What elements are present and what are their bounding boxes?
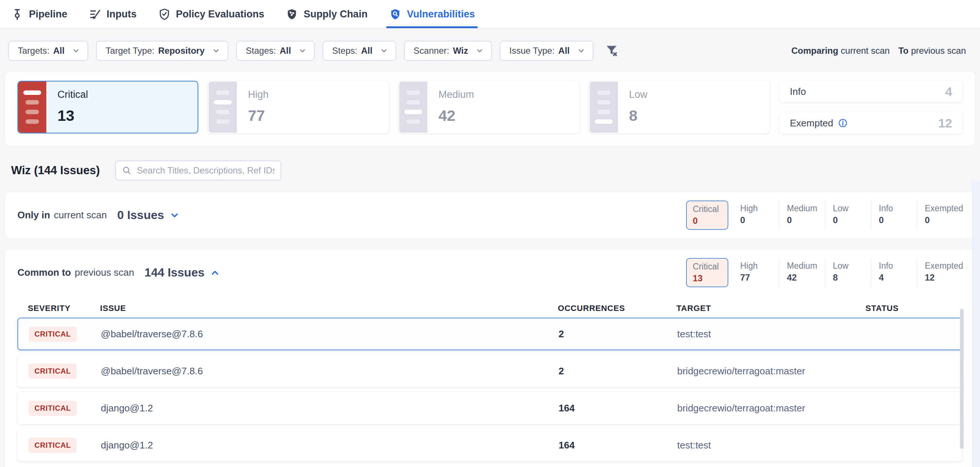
pill-count: 0	[740, 215, 779, 226]
top-tab-bar: Pipeline Inputs Policy Evaluations Suppl…	[0, 0, 980, 29]
pill-count: 42	[787, 272, 825, 283]
results-title: Wiz (144 Issues)	[11, 164, 100, 177]
pill-label: Exempted	[925, 203, 963, 213]
pill-medium[interactable]: Medium 0	[779, 200, 825, 230]
common-to-issues-count: 144 Issues	[145, 266, 205, 280]
severity-card-label: Medium	[439, 89, 568, 100]
pill-label: Medium	[787, 203, 825, 213]
tab-label: Supply Chain	[304, 8, 368, 20]
clear-filters-button[interactable]	[604, 43, 619, 58]
pill-count: 0	[787, 215, 825, 226]
info-card[interactable]: Info 4	[780, 81, 963, 102]
info-card-label: Info	[790, 86, 806, 97]
pill-exempted[interactable]: Exempted 12	[916, 258, 963, 287]
table-row[interactable]: CRITICAL django@1.2 164 bridgecrewio/ter…	[18, 392, 963, 424]
pill-exempted[interactable]: Exempted 0	[916, 200, 963, 230]
filter-label: Steps:	[332, 46, 357, 56]
only-in-current-scan-section: Only in current scan 0 Issues Critical 0…	[6, 192, 974, 238]
pill-critical[interactable]: Critical 13	[686, 258, 728, 287]
severity-card-label: Critical	[57, 89, 186, 100]
policy-evaluations-icon	[158, 8, 170, 21]
pill-low[interactable]: Low 0	[825, 200, 871, 230]
pill-count: 12	[925, 272, 963, 283]
table-row[interactable]: CRITICAL django@1.2 164 test:test	[18, 429, 963, 461]
issue-cell: django@1.2	[101, 440, 558, 451]
common-to-prefix: Common to	[18, 267, 71, 278]
tab-inputs[interactable]: Inputs	[89, 0, 137, 28]
info-icon[interactable]	[838, 118, 848, 128]
tab-policy-evaluations[interactable]: Policy Evaluations	[158, 0, 265, 28]
issues-table-header: SEVERITY ISSUE OCCURRENCES TARGET STATUS	[18, 303, 963, 313]
pill-medium[interactable]: Medium 42	[779, 258, 825, 287]
search-icon	[122, 166, 132, 175]
target-cell: test:test	[677, 328, 866, 340]
pill-label: Medium	[787, 261, 825, 271]
comparing-label: Comparing	[791, 46, 838, 56]
tab-supply-chain[interactable]: Supply Chain	[286, 0, 368, 28]
occurrences-cell: 2	[558, 328, 677, 340]
targets-filter-dropdown[interactable]: Targets: All	[8, 41, 88, 61]
vulnerabilities-icon	[389, 8, 401, 21]
scan-comparison-text: Comparing current scan To previous scan	[791, 46, 969, 56]
filter-value: All	[558, 46, 570, 56]
pill-count: 13	[693, 273, 728, 284]
common-to-issues-toggle[interactable]: 144 Issues	[145, 266, 220, 280]
severity-bars-icon	[590, 81, 618, 133]
target-type-filter-dropdown[interactable]: Target Type: Repository	[96, 41, 228, 61]
tab-vulnerabilities[interactable]: Vulnerabilities	[389, 0, 475, 28]
pipeline-icon	[11, 8, 23, 21]
only-in-prefix: Only in	[18, 210, 50, 221]
scanner-filter-dropdown[interactable]: Scanner: Wiz	[404, 41, 492, 61]
pill-high[interactable]: High 0	[733, 200, 779, 230]
issue-cell: @babel/traverse@7.8.6	[101, 365, 558, 377]
issue-cell: @babel/traverse@7.8.6	[101, 328, 558, 340]
filter-value: Wiz	[453, 46, 468, 56]
issue-type-filter-dropdown[interactable]: Issue Type: All	[500, 41, 593, 61]
severity-card-high[interactable]: High 77	[208, 81, 389, 133]
chevron-down-icon	[169, 210, 180, 221]
pill-info[interactable]: Info 0	[871, 200, 916, 230]
severity-card-medium[interactable]: Medium 42	[398, 81, 579, 133]
tab-pipeline[interactable]: Pipeline	[11, 0, 67, 28]
table-row[interactable]: CRITICAL @babel/traverse@7.8.6 2 test:te…	[18, 318, 963, 350]
severity-card-low[interactable]: Low 8	[589, 81, 770, 133]
search-input[interactable]	[137, 165, 275, 176]
search-box[interactable]	[115, 160, 281, 181]
only-in-scan: current scan	[54, 210, 107, 221]
right-panel-rail	[972, 181, 980, 467]
filter-value: All	[53, 46, 65, 56]
supply-chain-icon	[286, 8, 298, 21]
severity-badge: CRITICAL	[29, 438, 77, 453]
tab-label: Vulnerabilities	[407, 8, 475, 20]
pill-count: 77	[740, 272, 779, 283]
exempted-card[interactable]: Exempted 12	[780, 112, 963, 134]
filter-value: All	[361, 46, 372, 56]
pill-count: 0	[833, 215, 871, 226]
pill-info[interactable]: Info 4	[871, 258, 916, 287]
pill-label: High	[740, 203, 779, 213]
pill-label: Exempted	[925, 261, 963, 271]
common-to-previous-scan-section: Common to previous scan 144 Issues Criti…	[6, 250, 974, 467]
column-header-issue: ISSUE	[100, 303, 558, 313]
pill-critical[interactable]: Critical 0	[686, 200, 728, 230]
pill-label: Low	[833, 203, 871, 213]
only-in-severity-pills: Critical 0 High 0 Medium 0 Low 0 Info 0 …	[686, 200, 963, 230]
chevron-up-icon	[210, 268, 220, 278]
steps-filter-dropdown[interactable]: Steps: All	[323, 41, 396, 61]
table-row[interactable]: CRITICAL @babel/traverse@7.8.6 2 bridgec…	[18, 355, 963, 387]
pill-label: High	[740, 261, 779, 271]
pill-count: 0	[693, 216, 728, 226]
pill-label: Critical	[693, 204, 728, 214]
target-cell: test:test	[677, 440, 866, 451]
table-scrollbar[interactable]	[960, 309, 964, 449]
pill-low[interactable]: Low 8	[825, 258, 871, 287]
common-to-label: Common to previous scan	[18, 267, 134, 278]
stages-filter-dropdown[interactable]: Stages: All	[236, 41, 315, 61]
only-in-issues-toggle[interactable]: 0 Issues	[117, 208, 180, 222]
filter-label: Scanner:	[414, 46, 449, 56]
only-in-label: Only in current scan	[18, 210, 107, 221]
severity-badge: CRITICAL	[29, 364, 77, 379]
severity-card-critical[interactable]: Critical 13	[18, 81, 198, 133]
severity-summary-panel: Critical 13 High 77 Medium 42 Low 8 I	[6, 72, 974, 146]
pill-high[interactable]: High 77	[733, 258, 779, 287]
